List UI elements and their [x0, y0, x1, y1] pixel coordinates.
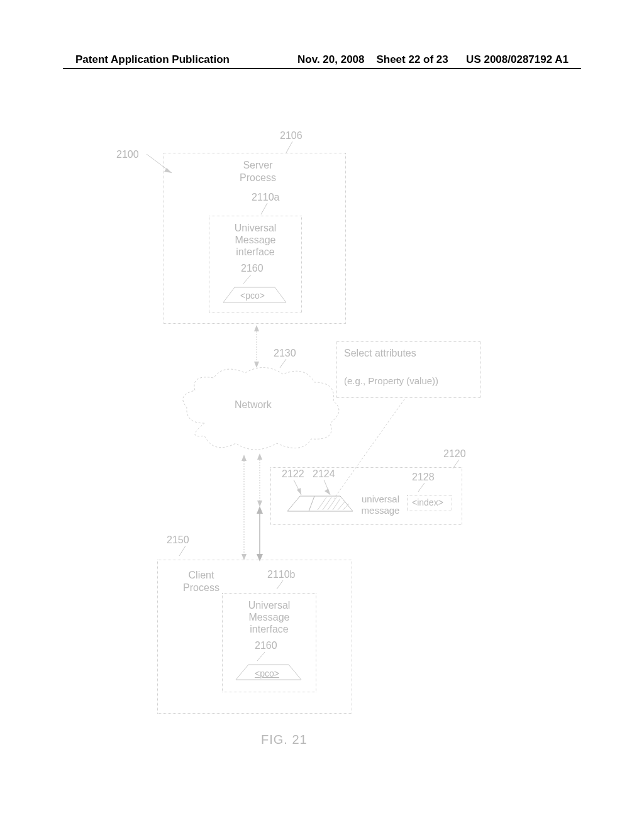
- figure-21: 2100 2106 Server Process 2110a Universal…: [79, 104, 557, 758]
- svg-line-3: [261, 203, 267, 214]
- leader-2110a: [261, 203, 274, 216]
- umi-server-label: Universal Message interface: [209, 222, 302, 258]
- index-text: <index>: [412, 497, 443, 507]
- ref-2130: 2130: [274, 348, 296, 359]
- leader-2106: [286, 141, 299, 154]
- umi-client-label: Universal Message interface: [222, 599, 316, 635]
- header-date: Nov. 20, 2008: [297, 53, 364, 65]
- page-header: Patent Application Publication Nov. 20, …: [0, 53, 644, 66]
- universal-message-label: universal message: [355, 494, 406, 516]
- network-cloud: [179, 367, 343, 455]
- ref-2160a: 2160: [241, 263, 264, 274]
- ref-2120: 2120: [443, 448, 466, 460]
- ref-2150: 2150: [167, 534, 189, 546]
- arrow-server-network: [252, 325, 262, 368]
- leader-2110b: [277, 580, 289, 592]
- svg-line-2: [286, 141, 292, 153]
- svg-line-35: [277, 580, 283, 589]
- figure-caption: FIG. 21: [261, 733, 308, 747]
- header-right: Nov. 20, 2008 Sheet 22 of 23 US 2008/028…: [297, 53, 569, 66]
- svg-marker-7: [254, 325, 259, 331]
- pco-client-text: <pco>: [255, 668, 279, 678]
- ref-2110b: 2110b: [267, 569, 296, 580]
- header-rule: [63, 68, 581, 69]
- leader-2150: [179, 546, 192, 558]
- svg-line-34: [179, 546, 186, 556]
- header-sheet: Sheet 22 of 23: [376, 53, 448, 65]
- svg-marker-32: [257, 506, 263, 514]
- ref-2106: 2106: [280, 130, 303, 141]
- leader-2160a: [243, 275, 256, 286]
- select-attr-line2: (e.g., Property (value)): [344, 375, 438, 386]
- svg-marker-29: [242, 455, 247, 461]
- select-attr-line1: Select attributes: [344, 348, 416, 359]
- arrow-msg-client: [255, 506, 265, 562]
- ref-2160b: 2160: [255, 640, 277, 651]
- header-left: Patent Application Publication: [75, 53, 230, 66]
- svg-line-21: [309, 496, 314, 511]
- svg-line-4: [243, 275, 251, 284]
- pco-server-text: <pco>: [240, 290, 265, 301]
- ref-2110a: 2110a: [252, 192, 280, 203]
- svg-line-22: [318, 497, 326, 510]
- header-pubno: US 2008/0287192 A1: [466, 53, 569, 65]
- svg-line-27: [343, 504, 349, 510]
- leader-2160b: [257, 652, 270, 663]
- ref-2100: 2100: [116, 149, 139, 160]
- server-process-label: Server Process: [220, 159, 296, 184]
- arrow-net-client: [239, 455, 249, 560]
- client-process-label: Client Process: [170, 569, 233, 594]
- svg-line-24: [328, 497, 336, 510]
- svg-line-36: [257, 652, 265, 661]
- svg-marker-12: [257, 453, 262, 460]
- network-label: Network: [235, 399, 272, 411]
- svg-line-23: [323, 497, 331, 510]
- arrow-net-down-1: [255, 453, 265, 507]
- msg-trapezoid: [286, 495, 354, 514]
